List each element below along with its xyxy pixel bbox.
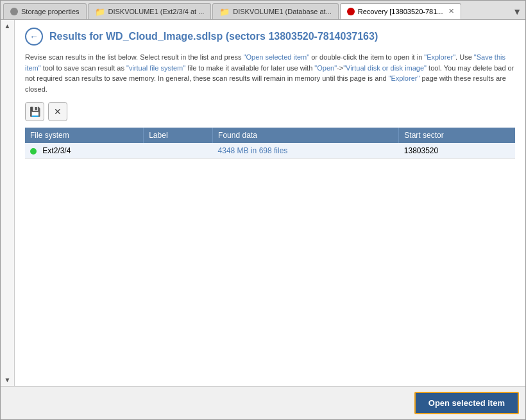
filesystem-label: Ext2/3/4	[42, 146, 71, 155]
tab-icon-db: 📁	[219, 7, 230, 17]
description-text: Revise scan results in the list below. S…	[25, 52, 515, 94]
content-area: ▲ ▼ ← Results for WD_Cloud_Image.sdlsp (…	[1, 20, 525, 386]
col-header-label: Label	[144, 128, 213, 143]
open-selected-button[interactable]: Open selected item	[414, 392, 519, 414]
tab-menu-icon[interactable]: ▼	[513, 6, 522, 17]
tab-storage-properties[interactable]: Storage properties	[3, 3, 87, 19]
tab-label-storage: Storage properties	[21, 8, 80, 15]
delete-item-button[interactable]: ✕	[48, 102, 67, 121]
sidebar-down-arrow[interactable]: ▼	[4, 376, 11, 383]
tab-actions: ▼	[509, 3, 525, 19]
cell-found-data: 4348 MB in 698 files	[213, 143, 399, 159]
cell-filesystem: Ext2/3/4	[25, 143, 144, 159]
cell-label	[144, 143, 213, 159]
col-header-found-data: Found data	[213, 128, 399, 143]
status-indicator	[30, 148, 37, 155]
sidebar-up-arrow[interactable]: ▲	[4, 22, 11, 29]
table-container: File system Label Found data Start secto…	[25, 128, 515, 378]
tab-label-db: DISKVOLUME1 (Database at...	[233, 8, 331, 15]
tab-close-recovery[interactable]: ✕	[448, 7, 454, 15]
page-title: Results for WD_Cloud_Image.sdlsp (sector…	[49, 31, 378, 42]
table-row[interactable]: Ext2/3/4 4348 MB in 698 files 13803520	[25, 143, 515, 159]
tab-icon-ext: 📁	[95, 7, 105, 17]
col-header-start-sector: Start sector	[399, 128, 515, 143]
sidebar: ▲ ▼	[1, 20, 15, 386]
tab-label-ext: DISKVOLUME1 (Ext2/3/4 at ...	[108, 8, 205, 15]
tab-diskvolume1-ext[interactable]: 📁 DISKVOLUME1 (Ext2/3/4 at ...	[88, 3, 212, 19]
col-header-filesystem: File system	[25, 128, 144, 143]
tab-bar: Storage properties 📁 DISKVOLUME1 (Ext2/3…	[1, 1, 525, 20]
table-header: File system Label Found data Start secto…	[25, 128, 515, 143]
page-title-row: ← Results for WD_Cloud_Image.sdlsp (sect…	[25, 28, 515, 46]
back-arrow-icon: ←	[30, 31, 38, 42]
main-window: Storage properties 📁 DISKVOLUME1 (Ext2/3…	[0, 0, 526, 420]
found-data-link[interactable]: 4348 MB in 698 files	[218, 146, 288, 155]
found-data-text: 4348 MB in 698 files	[218, 146, 288, 155]
bottom-bar: Open selected item	[1, 386, 525, 419]
save-item-button[interactable]: 💾	[25, 102, 44, 121]
tab-icon-recovery	[347, 8, 355, 15]
tab-label-recovery: Recovery [13803520-781...	[358, 8, 443, 15]
delete-icon: ✕	[54, 106, 62, 117]
back-button[interactable]: ←	[25, 28, 43, 46]
cell-start-sector: 13803520	[399, 143, 515, 159]
tab-diskvolume1-db[interactable]: 📁 DISKVOLUME1 (Database at...	[212, 3, 338, 19]
tab-recovery[interactable]: Recovery [13803520-781... ✕	[340, 3, 462, 19]
table-body: Ext2/3/4 4348 MB in 698 files 13803520	[25, 143, 515, 159]
action-buttons: 💾 ✕	[25, 102, 515, 121]
tab-icon-storage	[10, 8, 18, 15]
save-icon: 💾	[30, 106, 40, 117]
main-panel: ← Results for WD_Cloud_Image.sdlsp (sect…	[15, 20, 525, 386]
results-table: File system Label Found data Start secto…	[25, 128, 515, 159]
